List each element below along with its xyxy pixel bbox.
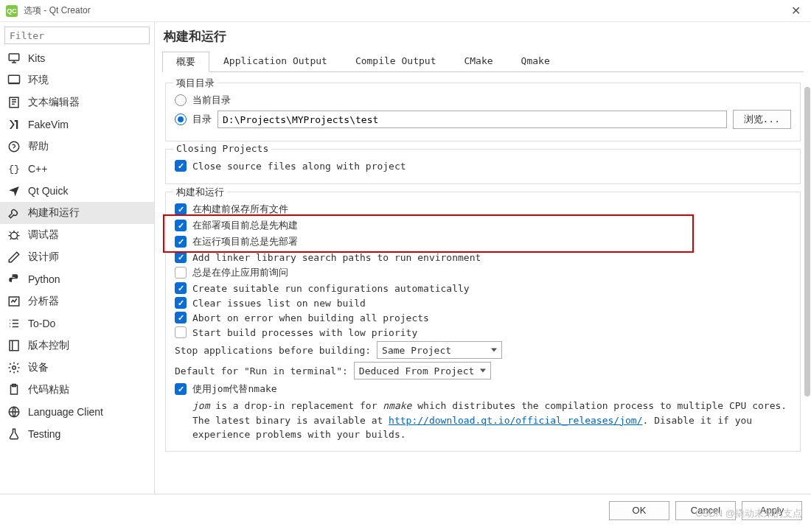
sidebar-item-label: Kits	[28, 52, 45, 64]
sidebar: Kits 环境 文本编辑器 FakeVim 帮助 {} C++	[0, 22, 155, 494]
label-add-linker: Add linker library search paths to run e…	[192, 252, 481, 263]
sidebar-item-env[interactable]: 环境	[0, 69, 154, 91]
check-build-before-deploy[interactable]	[175, 220, 187, 231]
jom-italic: jom	[192, 400, 209, 411]
nmake-italic: nmake	[383, 400, 411, 411]
sidebar-item-devices[interactable]: 设备	[0, 357, 154, 379]
filter-input[interactable]	[4, 27, 150, 44]
sidebar-item-label: 帮助	[28, 140, 49, 153]
qtquick-icon	[7, 184, 21, 197]
sidebar-item-testing[interactable]: Testing	[0, 423, 154, 445]
check-clear-issues[interactable]	[175, 297, 187, 309]
label-ask-stop: 总是在停止应用前询问	[192, 266, 288, 279]
python-icon	[7, 273, 21, 286]
gear-icon	[7, 361, 21, 374]
browse-button[interactable]: 浏览...	[733, 110, 791, 129]
check-create-run-cfg[interactable]	[175, 282, 187, 294]
bug-icon	[7, 228, 21, 242]
check-close-source[interactable]	[175, 160, 187, 172]
label-stop-apps: Stop applications before building:	[175, 345, 371, 356]
svg-rect-0	[9, 54, 19, 60]
kits-icon	[7, 52, 21, 65]
sidebar-item-qtquick[interactable]: Qt Quick	[0, 180, 154, 202]
sidebar-item-label: 分析器	[28, 295, 59, 308]
tab-qmake[interactable]: Qmake	[507, 52, 564, 72]
sidebar-item-label: 代码粘贴	[28, 383, 69, 396]
sidebar-item-paste[interactable]: 代码粘贴	[0, 379, 154, 401]
sidebar-item-kits[interactable]: Kits	[0, 47, 154, 69]
sidebar-item-label: To-Do	[28, 318, 55, 329]
sidebar-item-python[interactable]: Python	[0, 268, 154, 290]
sidebar-item-build[interactable]: 构建和运行	[0, 202, 154, 224]
globe-icon	[7, 405, 21, 419]
flask-icon	[7, 427, 21, 441]
sidebar-item-text[interactable]: 文本编辑器	[0, 91, 154, 113]
svg-point-4	[11, 232, 18, 239]
content-area: 项目目录 当前目录 目录 浏览... Closing Projects Clos…	[162, 72, 804, 494]
svg-rect-1	[9, 75, 20, 83]
sidebar-item-design[interactable]: 设计师	[0, 246, 154, 268]
label-save-all: 在构建前保存所有文件	[192, 203, 288, 216]
select-stop-apps[interactable]: Same Project	[377, 341, 502, 359]
tab-cmake[interactable]: CMake	[450, 52, 507, 72]
group-title: Closing Projects	[173, 143, 271, 154]
check-use-jom[interactable]	[175, 383, 187, 395]
sidebar-item-debug[interactable]: 调试器	[0, 224, 154, 246]
sidebar-item-vcs[interactable]: 版本控制	[0, 335, 154, 357]
cancel-button[interactable]: Cancel	[675, 501, 736, 520]
filter-wrap	[4, 27, 150, 44]
group-build-run: 构建和运行 在构建前保存所有文件 在部署项目前总是先构建 在运行项目前总是先部署	[165, 192, 801, 452]
ok-button[interactable]: OK	[609, 501, 669, 520]
tabs: 概要 Application Output Compile Output CMa…	[162, 51, 804, 72]
sidebar-item-help[interactable]: 帮助	[0, 136, 154, 158]
tab-compile-output[interactable]: Compile Output	[341, 52, 450, 72]
select-terminal[interactable]: Deduced From Project	[354, 362, 492, 379]
sidebar-item-fakevim[interactable]: FakeVim	[0, 113, 154, 136]
help-icon	[7, 140, 21, 153]
label-build-before-deploy: 在部署项目前总是先构建	[192, 219, 298, 232]
sidebar-item-label: Qt Quick	[28, 185, 68, 197]
label-terminal: Default for "Run in terminal":	[175, 365, 348, 377]
radio-dir[interactable]	[175, 113, 187, 125]
check-abort-error[interactable]	[175, 312, 187, 323]
apply-button[interactable]: Apply	[742, 501, 802, 520]
input-project-dir[interactable]	[217, 111, 727, 128]
sidebar-item-analyzer[interactable]: 分析器	[0, 290, 154, 312]
text-editor-icon	[7, 96, 21, 109]
sidebar-item-lang[interactable]: Language Client	[0, 401, 154, 423]
svg-point-7	[13, 366, 16, 370]
sidebar-item-todo[interactable]: To-Do	[0, 312, 154, 335]
vcs-icon	[7, 339, 21, 352]
svg-rect-6	[10, 340, 18, 351]
sidebar-item-label: 环境	[28, 74, 49, 87]
sidebar-item-cpp[interactable]: {} C++	[0, 158, 154, 180]
tab-general[interactable]: 概要	[162, 52, 209, 72]
check-deploy-before-run[interactable]	[175, 236, 187, 248]
check-ask-stop[interactable]	[175, 267, 187, 279]
tab-app-output[interactable]: Application Output	[209, 52, 341, 72]
sidebar-item-label: 构建和运行	[28, 206, 80, 220]
check-add-linker[interactable]	[175, 251, 187, 263]
label-create-run-cfg: Create suitable run configurations autom…	[192, 283, 470, 294]
check-low-priority[interactable]	[175, 326, 187, 338]
group-closing: Closing Projects Close source files alon…	[165, 149, 801, 184]
pencil-icon	[7, 251, 21, 264]
sidebar-item-label: C++	[28, 163, 47, 175]
check-save-all[interactable]	[175, 203, 187, 215]
label-current-dir: 当前目录	[192, 94, 231, 107]
radio-current-dir[interactable]	[175, 94, 187, 106]
main-panel: 构建和运行 概要 Application Output Compile Outp…	[155, 22, 811, 494]
dialog-footer: OK Cancel Apply	[0, 494, 811, 526]
label-use-jom: 使用jom代替nmake	[192, 382, 277, 396]
app-icon: QC	[6, 5, 18, 17]
scrollbar-thumb[interactable]	[804, 87, 810, 396]
clipboard-icon	[7, 383, 21, 396]
label-dir: 目录	[192, 113, 212, 126]
group-project-dir: 项目目录 当前目录 目录 浏览...	[165, 83, 801, 141]
close-icon[interactable]: ✕	[787, 4, 805, 18]
group-title: 项目目录	[173, 77, 217, 90]
jom-link[interactable]: http://download.qt.io/official_releases/…	[389, 415, 642, 426]
label-clear-issues: Clear issues list on new build	[192, 298, 366, 309]
sidebar-item-label: 版本控制	[28, 339, 69, 352]
scrollbar[interactable]	[804, 87, 811, 494]
